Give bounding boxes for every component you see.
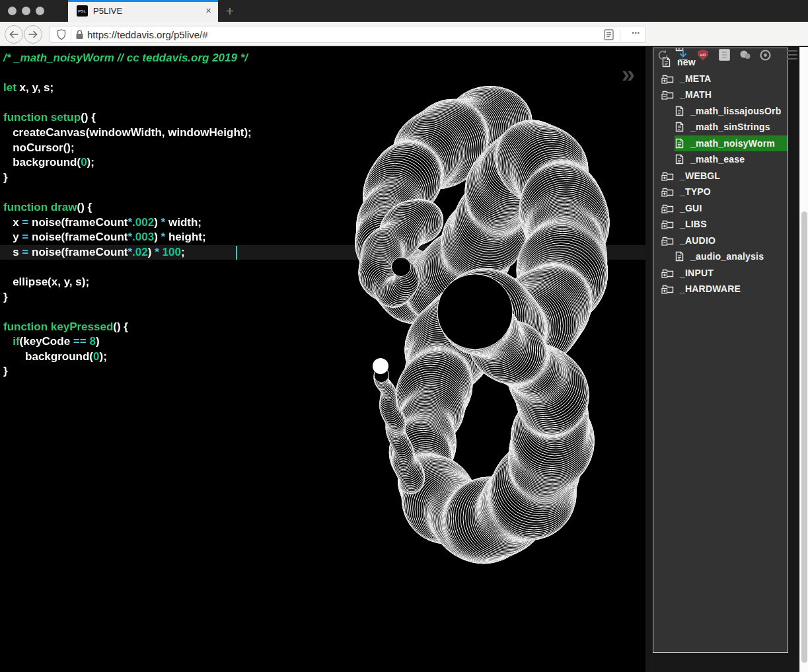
tree-item-label: _AUDIO bbox=[680, 235, 716, 246]
reload-icon[interactable] bbox=[655, 48, 670, 62]
tree-item-label: _math_lissajousOrb bbox=[690, 106, 781, 116]
tree-item-label: _META bbox=[680, 73, 711, 84]
code-line[interactable]: if(keyCode == 8) bbox=[0, 334, 646, 350]
file-icon bbox=[675, 154, 684, 165]
tree-item-label: _HARDWARE bbox=[680, 283, 741, 294]
url-text[interactable]: https://teddavis.org/p5live/# bbox=[87, 29, 208, 40]
file-icon bbox=[675, 122, 684, 132]
shield-icon[interactable] bbox=[57, 29, 66, 40]
code-line[interactable]: noCursor(); bbox=[0, 141, 646, 156]
code-line[interactable]: } bbox=[0, 170, 646, 186]
minimize-window-button[interactable] bbox=[22, 7, 30, 15]
code-line[interactable]: createCanvas(windowWidth, windowHeight); bbox=[0, 126, 646, 141]
sketch-tree: new_META_MATH_math_lissajousOrb_math_sin… bbox=[653, 48, 788, 653]
urlbar-divider bbox=[620, 29, 620, 41]
tab-title: P5LIVE bbox=[93, 6, 122, 16]
sketch-drawer: new_META_MATH_math_lissajousOrb_math_sin… bbox=[645, 47, 799, 672]
download-icon[interactable] bbox=[676, 48, 690, 62]
tree-item-_MATH[interactable]: _MATH bbox=[653, 87, 788, 103]
reader-mode-icon[interactable] bbox=[604, 29, 614, 40]
tree-item-label: _audio_analysis bbox=[690, 251, 764, 262]
extension-icon[interactable] bbox=[738, 48, 753, 62]
folder-icon bbox=[661, 268, 674, 278]
code-line[interactable]: s = noise(frameCount*.02) * 100; bbox=[0, 245, 646, 260]
tree-item-_audio_analysis[interactable]: _audio_analysis bbox=[653, 248, 788, 265]
tree-item-_math_noisyWorm[interactable]: _math_noisyWorm bbox=[653, 135, 788, 152]
tree-item-_HARDWARE[interactable]: _HARDWARE bbox=[653, 281, 788, 297]
code-line[interactable]: ellipse(x, y, s); bbox=[0, 275, 646, 290]
tree-item-_math_lissajousOrb[interactable]: _math_lissajousOrb bbox=[653, 103, 788, 120]
extension-icon[interactable] bbox=[758, 48, 772, 62]
window-titlebar: P5L P5LIVE × + bbox=[0, 0, 808, 22]
text-cursor bbox=[236, 246, 237, 260]
page-scrollbar-thumb[interactable] bbox=[801, 211, 807, 663]
folder-icon bbox=[661, 186, 674, 197]
folder-icon bbox=[661, 219, 674, 229]
lock-icon[interactable] bbox=[75, 30, 84, 40]
extension-icon[interactable] bbox=[717, 48, 731, 62]
tree-item-_AUDIO[interactable]: _AUDIO bbox=[653, 233, 788, 249]
code-line[interactable] bbox=[0, 305, 646, 320]
tree-item-label: _math_sinStrings bbox=[690, 122, 770, 132]
tree-item-_math_sinStrings[interactable]: _math_sinStrings bbox=[653, 119, 788, 135]
back-button[interactable] bbox=[5, 25, 23, 44]
tree-item-_LIBS[interactable]: _LIBS bbox=[653, 216, 788, 233]
page-scrollbar-track[interactable] bbox=[799, 47, 808, 672]
folder-icon bbox=[661, 203, 674, 213]
page-actions-icon[interactable]: ••• bbox=[632, 30, 640, 36]
code-line[interactable]: function keyPressed() { bbox=[0, 320, 646, 335]
tree-item-label: _MATH bbox=[680, 89, 712, 100]
code-line[interactable] bbox=[0, 96, 646, 111]
file-icon bbox=[675, 251, 684, 262]
folder-icon bbox=[661, 235, 674, 246]
folder-icon bbox=[661, 73, 674, 84]
tree-item-label: _WEBGL bbox=[680, 170, 720, 181]
code-line[interactable] bbox=[0, 260, 646, 275]
folder-icon bbox=[661, 283, 674, 294]
menu-hamburger-icon[interactable] bbox=[785, 48, 799, 62]
code-line[interactable]: x = noise(frameCount*.002) * width; bbox=[0, 215, 646, 231]
code-line[interactable]: background(0); bbox=[0, 350, 646, 365]
close-window-button[interactable] bbox=[8, 7, 17, 15]
code-line[interactable]: function setup() { bbox=[0, 110, 646, 126]
tab-close-icon[interactable]: × bbox=[205, 5, 211, 17]
code-line[interactable] bbox=[0, 185, 646, 200]
tree-item-_TYPO[interactable]: _TYPO bbox=[653, 184, 788, 200]
code-lines: /* _math_noisyWorm // cc teddavis.org 20… bbox=[0, 51, 646, 379]
tree-item-label: _math_noisyWorm bbox=[690, 138, 775, 149]
tree-item-_GUI[interactable]: _GUI bbox=[653, 200, 788, 217]
code-line[interactable]: } bbox=[0, 290, 646, 305]
folder-icon bbox=[661, 170, 674, 181]
tree-item-_WEBGL[interactable]: _WEBGL bbox=[653, 168, 788, 184]
code-line[interactable]: } bbox=[0, 364, 646, 379]
browser-navbar: https://teddavis.org/p5live/# ••• uO bbox=[0, 22, 808, 46]
panel-toggle-chevron-icon[interactable]: » bbox=[622, 61, 635, 89]
tree-item-label: _GUI bbox=[680, 203, 702, 213]
tree-item-label: _INPUT bbox=[680, 268, 714, 278]
tree-item-_INPUT[interactable]: _INPUT bbox=[653, 265, 788, 281]
urlbar-divider bbox=[71, 29, 71, 41]
tree-item-label: _LIBS bbox=[680, 219, 707, 229]
active-tab-indicator bbox=[68, 0, 218, 2]
url-bar[interactable]: https://teddavis.org/p5live/# ••• bbox=[50, 26, 646, 43]
code-line[interactable]: background(0); bbox=[0, 155, 646, 170]
file-icon bbox=[675, 106, 684, 116]
zoom-window-button[interactable] bbox=[36, 7, 44, 15]
code-line[interactable]: function draw() { bbox=[0, 200, 646, 215]
folder-icon bbox=[661, 89, 674, 100]
code-line[interactable]: y = noise(frameCount*.003) * height; bbox=[0, 230, 646, 245]
file-icon bbox=[675, 138, 684, 149]
browser-tab[interactable]: P5L P5LIVE × bbox=[68, 0, 218, 22]
forward-button[interactable] bbox=[24, 25, 42, 44]
tab-favicon: P5L bbox=[77, 5, 88, 17]
tree-item-_META[interactable]: _META bbox=[653, 71, 788, 87]
tree-item-_math_ease[interactable]: _math_ease bbox=[653, 151, 788, 168]
code-line[interactable] bbox=[0, 66, 646, 81]
code-editor[interactable]: /* _math_noisyWorm // cc teddavis.org 20… bbox=[0, 51, 646, 379]
tree-item-label: _math_ease bbox=[690, 154, 745, 165]
tree-item-label: _TYPO bbox=[680, 186, 711, 197]
code-line[interactable]: /* _math_noisyWorm // cc teddavis.org 20… bbox=[0, 51, 646, 66]
code-line[interactable]: let x, y, s; bbox=[0, 81, 646, 96]
new-tab-button[interactable]: + bbox=[221, 1, 239, 20]
ublock-extension-icon[interactable]: uO bbox=[696, 48, 710, 62]
